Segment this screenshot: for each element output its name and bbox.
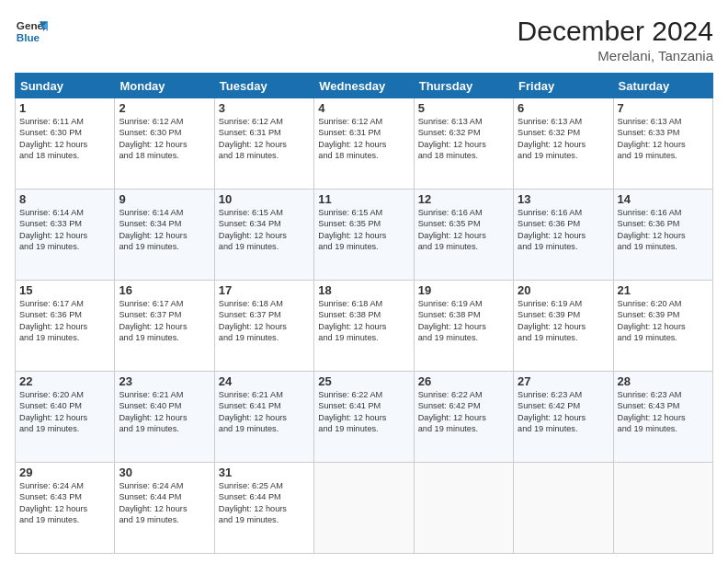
day-info: Sunrise: 6:22 AMSunset: 6:41 PMDaylight:… [318, 389, 409, 435]
main-title: December 2024 [518, 15, 713, 48]
day-number: 17 [219, 283, 310, 297]
calendar-cell: 29Sunrise: 6:24 AMSunset: 6:43 PMDayligh… [16, 463, 115, 554]
calendar-cell: 21Sunrise: 6:20 AMSunset: 6:39 PMDayligh… [613, 281, 712, 372]
day-number: 11 [318, 192, 409, 206]
day-number: 1 [19, 101, 110, 115]
calendar-cell: 19Sunrise: 6:19 AMSunset: 6:38 PMDayligh… [414, 281, 513, 372]
page: General Blue December 2024 Merelani, Tan… [0, 0, 728, 563]
day-number: 31 [219, 465, 310, 479]
svg-text:Blue: Blue [17, 31, 40, 43]
header: General Blue December 2024 Merelani, Tan… [15, 15, 713, 63]
day-info: Sunrise: 6:15 AMSunset: 6:34 PMDaylight:… [219, 207, 310, 253]
day-header: Monday [115, 74, 214, 98]
day-number: 6 [518, 101, 609, 115]
day-info: Sunrise: 6:13 AMSunset: 6:32 PMDaylight:… [418, 116, 509, 162]
day-number: 16 [119, 283, 210, 297]
day-info: Sunrise: 6:16 AMSunset: 6:35 PMDaylight:… [418, 207, 509, 253]
day-info: Sunrise: 6:13 AMSunset: 6:32 PMDaylight:… [518, 116, 609, 162]
day-info: Sunrise: 6:19 AMSunset: 6:38 PMDaylight:… [418, 298, 509, 344]
day-info: Sunrise: 6:18 AMSunset: 6:38 PMDaylight:… [318, 298, 409, 344]
calendar-cell: 15Sunrise: 6:17 AMSunset: 6:36 PMDayligh… [16, 281, 115, 372]
calendar-cell: 9Sunrise: 6:14 AMSunset: 6:34 PMDaylight… [115, 190, 214, 281]
day-number: 12 [418, 192, 509, 206]
day-number: 29 [19, 465, 110, 479]
day-info: Sunrise: 6:23 AMSunset: 6:42 PMDaylight:… [518, 389, 609, 435]
day-number: 30 [119, 465, 210, 479]
subtitle: Merelani, Tanzania [518, 48, 713, 63]
day-info: Sunrise: 6:13 AMSunset: 6:33 PMDaylight:… [618, 116, 709, 162]
calendar-cell: 26Sunrise: 6:22 AMSunset: 6:42 PMDayligh… [414, 372, 513, 463]
calendar-cell: 24Sunrise: 6:21 AMSunset: 6:41 PMDayligh… [214, 372, 313, 463]
day-number: 18 [318, 283, 409, 297]
day-number: 2 [119, 101, 210, 115]
day-number: 8 [19, 192, 110, 206]
day-info: Sunrise: 6:19 AMSunset: 6:39 PMDaylight:… [518, 298, 609, 344]
calendar-cell: 10Sunrise: 6:15 AMSunset: 6:34 PMDayligh… [214, 190, 313, 281]
day-info: Sunrise: 6:20 AMSunset: 6:39 PMDaylight:… [618, 298, 709, 344]
day-number: 20 [518, 283, 609, 297]
calendar-cell: 17Sunrise: 6:18 AMSunset: 6:37 PMDayligh… [214, 281, 313, 372]
day-info: Sunrise: 6:24 AMSunset: 6:43 PMDaylight:… [19, 480, 110, 526]
calendar-cell: 18Sunrise: 6:18 AMSunset: 6:38 PMDayligh… [314, 281, 414, 372]
calendar-cell: 3Sunrise: 6:12 AMSunset: 6:31 PMDaylight… [214, 98, 313, 190]
day-number: 7 [618, 101, 709, 115]
calendar-cell: 13Sunrise: 6:16 AMSunset: 6:36 PMDayligh… [514, 190, 613, 281]
day-info: Sunrise: 6:16 AMSunset: 6:36 PMDaylight:… [618, 207, 709, 253]
day-info: Sunrise: 6:25 AMSunset: 6:44 PMDaylight:… [219, 480, 310, 526]
calendar-cell [414, 463, 513, 554]
title-block: December 2024 Merelani, Tanzania [518, 15, 713, 63]
day-info: Sunrise: 6:14 AMSunset: 6:33 PMDaylight:… [19, 207, 110, 253]
calendar: SundayMondayTuesdayWednesdayThursdayFrid… [15, 73, 713, 554]
day-number: 24 [219, 374, 310, 388]
day-number: 3 [219, 101, 310, 115]
calendar-cell: 22Sunrise: 6:20 AMSunset: 6:40 PMDayligh… [16, 372, 115, 463]
day-info: Sunrise: 6:23 AMSunset: 6:43 PMDaylight:… [618, 389, 709, 435]
day-info: Sunrise: 6:12 AMSunset: 6:31 PMDaylight:… [318, 116, 409, 162]
day-info: Sunrise: 6:17 AMSunset: 6:37 PMDaylight:… [119, 298, 210, 344]
day-number: 21 [618, 283, 709, 297]
day-number: 13 [518, 192, 609, 206]
day-info: Sunrise: 6:12 AMSunset: 6:30 PMDaylight:… [119, 116, 210, 162]
calendar-cell: 16Sunrise: 6:17 AMSunset: 6:37 PMDayligh… [115, 281, 214, 372]
calendar-cell: 30Sunrise: 6:24 AMSunset: 6:44 PMDayligh… [115, 463, 214, 554]
day-number: 27 [518, 374, 609, 388]
day-number: 28 [618, 374, 709, 388]
calendar-cell: 8Sunrise: 6:14 AMSunset: 6:33 PMDaylight… [16, 190, 115, 281]
calendar-cell: 25Sunrise: 6:22 AMSunset: 6:41 PMDayligh… [314, 372, 414, 463]
day-info: Sunrise: 6:17 AMSunset: 6:36 PMDaylight:… [19, 298, 110, 344]
day-header: Wednesday [314, 74, 414, 98]
calendar-cell: 2Sunrise: 6:12 AMSunset: 6:30 PMDaylight… [115, 98, 214, 190]
day-info: Sunrise: 6:12 AMSunset: 6:31 PMDaylight:… [219, 116, 310, 162]
day-number: 10 [219, 192, 310, 206]
day-info: Sunrise: 6:15 AMSunset: 6:35 PMDaylight:… [318, 207, 409, 253]
calendar-cell: 7Sunrise: 6:13 AMSunset: 6:33 PMDaylight… [613, 98, 712, 190]
calendar-week-row: 8Sunrise: 6:14 AMSunset: 6:33 PMDaylight… [16, 190, 713, 281]
calendar-cell: 4Sunrise: 6:12 AMSunset: 6:31 PMDaylight… [314, 98, 414, 190]
logo: General Blue [15, 15, 48, 48]
calendar-week-row: 15Sunrise: 6:17 AMSunset: 6:36 PMDayligh… [16, 281, 713, 372]
day-info: Sunrise: 6:11 AMSunset: 6:30 PMDaylight:… [19, 116, 110, 162]
calendar-cell: 6Sunrise: 6:13 AMSunset: 6:32 PMDaylight… [514, 98, 613, 190]
day-info: Sunrise: 6:18 AMSunset: 6:37 PMDaylight:… [219, 298, 310, 344]
calendar-cell: 1Sunrise: 6:11 AMSunset: 6:30 PMDaylight… [16, 98, 115, 190]
calendar-cell [314, 463, 414, 554]
day-header: Sunday [16, 74, 115, 98]
calendar-cell: 5Sunrise: 6:13 AMSunset: 6:32 PMDaylight… [414, 98, 513, 190]
day-header: Saturday [613, 74, 712, 98]
calendar-body: 1Sunrise: 6:11 AMSunset: 6:30 PMDaylight… [16, 98, 713, 554]
calendar-week-row: 1Sunrise: 6:11 AMSunset: 6:30 PMDaylight… [16, 98, 713, 190]
day-number: 19 [418, 283, 509, 297]
calendar-week-row: 22Sunrise: 6:20 AMSunset: 6:40 PMDayligh… [16, 372, 713, 463]
day-number: 5 [418, 101, 509, 115]
day-number: 23 [119, 374, 210, 388]
day-info: Sunrise: 6:21 AMSunset: 6:41 PMDaylight:… [219, 389, 310, 435]
day-info: Sunrise: 6:20 AMSunset: 6:40 PMDaylight:… [19, 389, 110, 435]
calendar-cell: 28Sunrise: 6:23 AMSunset: 6:43 PMDayligh… [613, 372, 712, 463]
day-info: Sunrise: 6:16 AMSunset: 6:36 PMDaylight:… [518, 207, 609, 253]
calendar-cell: 14Sunrise: 6:16 AMSunset: 6:36 PMDayligh… [613, 190, 712, 281]
calendar-cell [613, 463, 712, 554]
calendar-cell [514, 463, 613, 554]
day-number: 22 [19, 374, 110, 388]
calendar-header-row: SundayMondayTuesdayWednesdayThursdayFrid… [16, 74, 713, 98]
calendar-cell: 11Sunrise: 6:15 AMSunset: 6:35 PMDayligh… [314, 190, 414, 281]
